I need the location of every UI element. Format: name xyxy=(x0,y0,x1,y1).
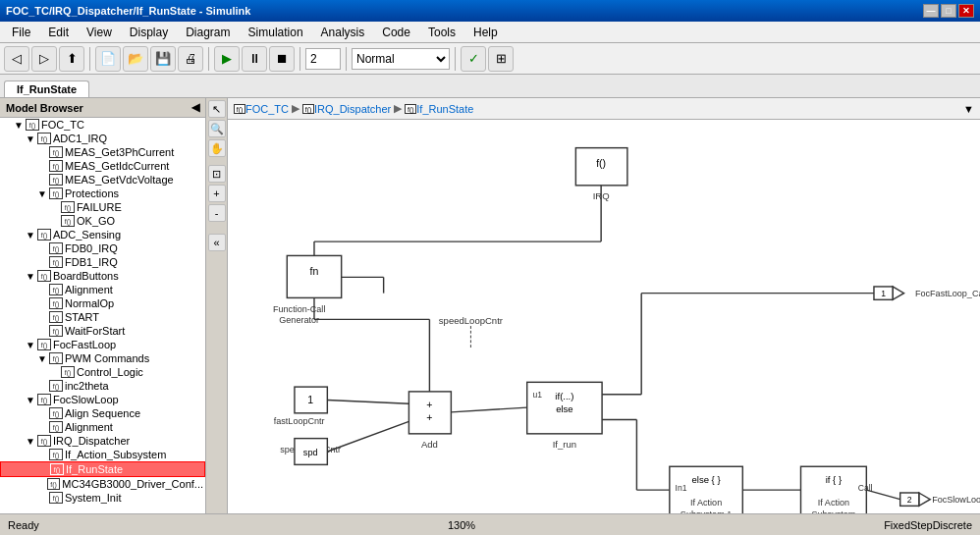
open-button[interactable]: 📂 xyxy=(123,46,148,72)
mc34-icon: f() xyxy=(47,478,60,490)
board-icon: f() xyxy=(37,270,51,282)
svg-line-52 xyxy=(866,490,899,500)
tree-control-logic[interactable]: f() Control_Logic xyxy=(0,365,205,379)
tree-focfastloop[interactable]: ▼ f() FocFastLoop xyxy=(0,338,205,351)
tab-if-runstate[interactable]: If_RunState xyxy=(4,80,89,97)
canvas-zoom-out-btn[interactable]: - xyxy=(208,204,226,222)
tree-if-runstate[interactable]: f() If_RunState xyxy=(0,461,205,477)
canvas-toggle-sidebar-btn[interactable]: « xyxy=(208,234,226,251)
menu-code[interactable]: Code xyxy=(374,24,418,41)
canvas-area[interactable]: f() IRQ fn Function-Call Generator speed… xyxy=(228,120,980,513)
title-bar: FOC_TC/IRQ_Dispatcher/If_RunState - Simu… xyxy=(0,0,980,22)
pause-button[interactable]: ⏸ xyxy=(242,46,267,72)
window-controls: — □ ✕ xyxy=(923,4,974,18)
minimize-button[interactable]: — xyxy=(923,4,939,18)
ifaction-icon: f() xyxy=(49,449,63,460)
tree-system-init[interactable]: f() System_Init xyxy=(0,491,205,505)
breadcrumb-if-runstate[interactable]: If_RunState xyxy=(416,103,473,115)
menu-view[interactable]: View xyxy=(79,24,120,41)
sim-mode-select[interactable]: Normal Accelerator Rapid Accelerator xyxy=(352,48,450,70)
new-button[interactable]: 📄 xyxy=(95,46,121,72)
tree-failure[interactable]: f() FAILURE xyxy=(0,200,205,214)
svg-text:2: 2 xyxy=(907,495,912,505)
tree-boardbuttons[interactable]: ▼ f() BoardButtons xyxy=(0,269,205,283)
tree-ok-go[interactable]: f() OK_GO xyxy=(0,214,205,228)
svg-rect-12 xyxy=(295,439,327,465)
back-button[interactable]: ◁ xyxy=(4,46,29,72)
fdb0-icon: f() xyxy=(49,242,63,254)
svg-text:else { }: else { } xyxy=(691,474,721,485)
menu-analysis[interactable]: Analysis xyxy=(313,24,373,41)
start-icon: f() xyxy=(49,311,63,323)
stop-button[interactable]: ⏹ xyxy=(269,46,295,72)
svg-text:FocSlowLoop_Call: FocSlowLoop_Call xyxy=(932,495,980,505)
svg-text:if(...): if(...) xyxy=(555,391,573,401)
sidebar-collapse-icon[interactable]: ◀ xyxy=(191,101,199,114)
breadcrumb-dropdown-icon[interactable]: ▼ xyxy=(963,103,974,115)
tree-start[interactable]: f() START xyxy=(0,310,205,324)
canvas-select-btn[interactable]: ↖ xyxy=(208,100,226,118)
breadcrumb-irq-dispatcher[interactable]: IRQ_Dispatcher xyxy=(314,103,391,115)
tree-align-sequence[interactable]: f() Align Sequence xyxy=(0,406,205,420)
svg-rect-3 xyxy=(287,255,341,297)
tree-protections[interactable]: ▼ f() Protections xyxy=(0,187,205,200)
menu-file[interactable]: File xyxy=(4,24,38,41)
tree-meas-get3ph[interactable]: f() MEAS_Get3PhCurrent xyxy=(0,145,205,159)
inc2theta-icon: f() xyxy=(49,380,63,392)
tree-waitforstart[interactable]: f() WaitForStart xyxy=(0,324,205,338)
tree-fdb1[interactable]: f() FDB1_IRQ xyxy=(0,255,205,269)
menu-tools[interactable]: Tools xyxy=(420,24,463,41)
tree-alignment2[interactable]: f() Alignment xyxy=(0,420,205,434)
sim-time-input[interactable] xyxy=(305,48,341,70)
status-bar: Ready 130% FixedStepDiscrete xyxy=(0,513,980,535)
tree-irq-dispatcher[interactable]: ▼ f() IRQ_Dispatcher xyxy=(0,434,205,448)
menu-help[interactable]: Help xyxy=(465,24,506,41)
svg-text:f(): f() xyxy=(596,157,606,169)
canvas-zoom-in-btn[interactable]: + xyxy=(208,185,226,202)
meas3ph-icon: f() xyxy=(49,146,63,158)
menu-display[interactable]: Display xyxy=(122,24,176,41)
svg-text:speedLoopCntr: speedLoopCntr xyxy=(280,445,341,455)
maximize-button[interactable]: □ xyxy=(941,4,956,18)
focslow-icon: f() xyxy=(37,394,51,405)
canvas-pan-btn[interactable]: ✋ xyxy=(208,139,226,157)
window-title: FOC_TC/IRQ_Dispatcher/If_RunState - Simu… xyxy=(6,5,250,17)
forward-button[interactable]: ▷ xyxy=(31,46,57,72)
check-button[interactable]: ✓ xyxy=(461,46,486,72)
tree-pwm-commands[interactable]: ▼ f() PWM Commands xyxy=(0,351,205,365)
tree-focslowloop[interactable]: ▼ f() FocSlowLoop xyxy=(0,393,205,406)
breadcrumb-foc-tc[interactable]: FOC_TC xyxy=(245,103,289,115)
tree-normalop[interactable]: f() NormalOp xyxy=(0,296,205,310)
tree-meas-getvdc[interactable]: f() MEAS_GetVdcVoltage xyxy=(0,173,205,187)
tree-meas-getidc[interactable]: f() MEAS_GetIdcCurrent xyxy=(0,159,205,173)
menu-edit[interactable]: Edit xyxy=(40,24,77,41)
tree-if-action-subsystem[interactable]: f() If_Action_Subsystem xyxy=(0,448,205,461)
menu-diagram[interactable]: Diagram xyxy=(178,24,238,41)
menu-simulation[interactable]: Simulation xyxy=(241,24,311,41)
svg-rect-23 xyxy=(670,466,742,513)
save-button[interactable]: 💾 xyxy=(150,46,176,72)
svg-rect-34 xyxy=(874,287,893,299)
print-button[interactable]: 🖨 xyxy=(178,46,203,72)
svg-text:fn: fn xyxy=(310,265,319,277)
run-button[interactable]: ▶ xyxy=(214,46,240,72)
svg-text:else: else xyxy=(556,403,573,414)
tree-mc34[interactable]: f() MC34GB3000_Driver_Conf... xyxy=(0,477,205,491)
svg-text:fastLoopCntr: fastLoopCntr xyxy=(274,416,325,426)
toolbar-sep2 xyxy=(208,47,209,71)
grid-button[interactable]: ⊞ xyxy=(488,46,514,72)
tree-foc-tc[interactable]: ▼ f() FOC_TC xyxy=(0,118,205,132)
canvas-zoom-btn[interactable]: 🔍 xyxy=(208,120,226,137)
tree-alignment1[interactable]: f() Alignment xyxy=(0,283,205,296)
tree-inc2theta[interactable]: f() inc2theta xyxy=(0,379,205,393)
svg-text:spd: spd xyxy=(303,448,318,457)
tree-adc-sensing[interactable]: ▼ f() ADC_Sensing xyxy=(0,228,205,241)
tree-fdb0[interactable]: f() FDB0_IRQ xyxy=(0,241,205,255)
tree-adc1-irq[interactable]: ▼ f() ADC1_IRQ xyxy=(0,132,205,145)
close-button[interactable]: ✕ xyxy=(958,4,974,18)
canvas-fitview-btn[interactable]: ⊡ xyxy=(208,165,226,183)
sidebar-content[interactable]: ▼ f() FOC_TC ▼ f() ADC1_IRQ f() MEAS_Get… xyxy=(0,118,205,513)
up-button[interactable]: ⬆ xyxy=(59,46,84,72)
canvas-toolbar: ↖ 🔍 ✋ ⊡ + - « xyxy=(206,98,228,513)
alignseq-icon: f() xyxy=(49,407,63,419)
